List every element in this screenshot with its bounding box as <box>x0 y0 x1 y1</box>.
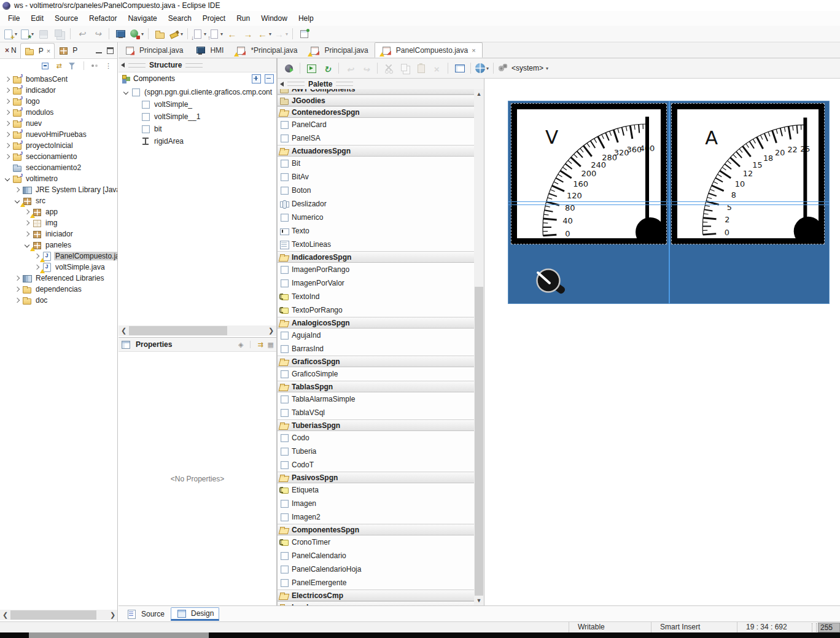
collapse-palette-icon[interactable] <box>280 82 284 87</box>
scroll-track[interactable] <box>10 610 107 620</box>
palette-item-codo[interactable]: Codo <box>278 431 474 445</box>
focus-button[interactable] <box>90 61 100 71</box>
new-editor-window-button[interactable] <box>297 27 311 41</box>
previous-annotation-button[interactable]: ▾ <box>208 27 224 41</box>
link-with-editor-button[interactable]: ⇄ <box>54 61 64 71</box>
explorer-tab-project-explorer[interactable]: P <box>55 43 81 58</box>
palette-item-etiqueta[interactable]: Etiqueta <box>278 483 474 497</box>
explorer-item-app[interactable]: app <box>0 206 117 217</box>
explorer-item-src[interactable]: src <box>0 195 117 206</box>
scroll-thumb[interactable] <box>10 610 96 620</box>
palette-item-barrasind[interactable]: BarrasInd <box>278 342 474 356</box>
editor-tab-principal-java[interactable]: *Principal.java <box>230 42 303 58</box>
twistie-icon[interactable] <box>2 152 12 161</box>
collapse-all-button[interactable] <box>41 61 50 71</box>
twistie-icon[interactable] <box>2 107 12 117</box>
menu-item-file[interactable]: File <box>2 12 25 25</box>
palette-item-bitav[interactable]: BitAv <box>278 170 474 184</box>
gauge-voltmeter[interactable]: 04080120160200240280320360400V <box>511 103 667 244</box>
tab-source[interactable]: Source <box>122 607 169 621</box>
gauge-ammeter[interactable]: 025810121518202225A <box>671 103 825 244</box>
menu-item-navigate[interactable]: Navigate <box>122 12 162 25</box>
palette-item-panelcalendariohoja[interactable]: PanelCalendarioHoja <box>278 562 474 576</box>
explorer-horizontal-scrollbar[interactable]: ❮ ❯ <box>0 610 118 620</box>
twistie-icon[interactable] <box>121 87 131 97</box>
close-tab-icon[interactable]: × <box>472 47 475 54</box>
paste-button[interactable] <box>413 61 428 75</box>
test-button[interactable] <box>281 61 296 75</box>
close-tab-icon[interactable]: × <box>47 47 50 55</box>
menu-item-help[interactable]: Help <box>293 12 319 25</box>
explorer-item-bombascent[interactable]: JbombasCent <box>0 74 117 85</box>
collapse-pane-icon[interactable] <box>121 63 125 68</box>
palette-item-panelsa[interactable]: PanelSA <box>278 131 474 145</box>
palette-item-boton[interactable]: Boton <box>278 184 474 197</box>
editor-tab-principal-java[interactable]: Principal.java <box>303 42 374 58</box>
palette-item-tablavsql[interactable]: TablaVSql <box>278 406 474 419</box>
menu-item-edit[interactable]: Edit <box>25 12 49 25</box>
designer-redo-button[interactable]: ↪ <box>359 61 373 75</box>
tab-design[interactable]: Design <box>171 607 219 621</box>
new-button[interactable]: ▾ <box>2 27 18 41</box>
palette-item-panelemergente[interactable]: PanelEmergente <box>278 576 474 589</box>
palette-category-locales[interactable]: locales <box>278 601 474 605</box>
explorer-item-proyectoinicial[interactable]: JproyectoInicial <box>0 140 117 151</box>
explorer-item-nuev[interactable]: Jnuev <box>0 118 117 129</box>
editor-tab-principal-java[interactable]: Principal.java <box>119 42 189 58</box>
twistie-icon[interactable] <box>2 174 12 184</box>
structure-item-bit[interactable]: bit <box>119 123 276 135</box>
back-button[interactable]: ←▾ <box>257 27 272 41</box>
explorer-item-seccionamiento2[interactable]: seccionamiento2 <box>0 162 117 173</box>
explorer-item-logo[interactable]: Jlogo <box>0 96 117 107</box>
explorer-item-doc[interactable]: doc <box>0 295 117 306</box>
palette-item-cronotimer[interactable]: CronoTimer <box>278 535 474 549</box>
selector-knob[interactable] <box>533 266 569 298</box>
heap-status[interactable]: 255 <box>818 623 840 632</box>
design-canvas[interactable]: 025810121518202225A040801201602002402803… <box>484 79 840 605</box>
twistie-icon[interactable] <box>2 119 12 128</box>
palette-category-electricoscmp[interactable]: ElectricosCmp <box>278 589 474 601</box>
filter-button[interactable] <box>68 61 77 71</box>
structure-item-voltsimple[interactable]: voltSimple_ <box>119 98 276 111</box>
designed-panel[interactable]: 025810121518202225A040801201602002402803… <box>508 101 830 304</box>
palette-item-panelcard[interactable]: PanelCard <box>278 118 474 131</box>
palette-item-textoporrango[interactable]: TextoPorRango <box>278 303 474 317</box>
redo-button[interactable]: ↪ <box>90 27 105 41</box>
run-windowed-button[interactable] <box>304 61 319 75</box>
last-edit-location-button[interactable]: ← <box>225 27 239 41</box>
scroll-thumb[interactable] <box>129 326 227 335</box>
scroll-thumb[interactable] <box>475 287 483 596</box>
twistie-icon[interactable] <box>2 130 12 139</box>
palette-item-imagen2[interactable]: Imagen2 <box>278 510 474 524</box>
minimize-icon[interactable] <box>96 47 102 53</box>
twistie-icon[interactable] <box>2 85 12 95</box>
open-type-button[interactable] <box>152 27 167 41</box>
palette-item-agujaind[interactable]: AgujaInd <box>278 329 474 342</box>
palette-category-contenedoresspgn[interactable]: ContenedoresSpgn <box>278 106 474 118</box>
twistie-icon[interactable] <box>22 218 32 228</box>
layout-assistant-button[interactable] <box>452 61 467 75</box>
scroll-up-arrow[interactable]: ▲ <box>474 89 484 99</box>
palette-category-graficosspgn[interactable]: GraficosSpgn <box>278 356 474 367</box>
view-menu-button[interactable]: ⋮ <box>104 61 114 71</box>
twistie-icon[interactable] <box>2 74 12 84</box>
undo-button[interactable]: ↩ <box>74 27 89 41</box>
explorer-item-img[interactable]: img <box>0 217 117 228</box>
menu-item-run[interactable]: Run <box>231 12 255 25</box>
palette-vertical-scrollbar[interactable]: ▲ ▼ <box>474 89 484 605</box>
twistie-icon[interactable] <box>12 284 22 294</box>
palette-category-pasivosspgn[interactable]: PasivosSpgn <box>278 472 474 483</box>
expand-all-button[interactable] <box>252 74 261 84</box>
structure-item-spgn-pgn-gui-cliente-graficos-cmp-cont[interactable]: (spgn.pgn.gui.cliente.graficos.cmp.cont <box>119 86 276 98</box>
menu-item-source[interactable]: Source <box>49 12 84 25</box>
structure-item-voltsimple-1[interactable]: voltSimple__1 <box>119 111 276 123</box>
twistie-icon[interactable] <box>2 141 12 150</box>
palette-item-textoind[interactable]: TextoInd <box>278 290 474 303</box>
editor-tab-panelcompuesto-java[interactable]: PanelCompuesto.java× <box>375 42 483 58</box>
palette-category-jgoodies[interactable]: JGoodies <box>278 95 474 106</box>
collapse-all-structure-button[interactable] <box>265 74 274 84</box>
palette-item-panelcalendario[interactable]: PanelCalendario <box>278 549 474 562</box>
palette-item-tuberia[interactable]: Tuberia <box>278 445 474 458</box>
explorer-item-paneles[interactable]: paneles <box>0 239 117 251</box>
twistie-icon[interactable] <box>12 295 22 305</box>
